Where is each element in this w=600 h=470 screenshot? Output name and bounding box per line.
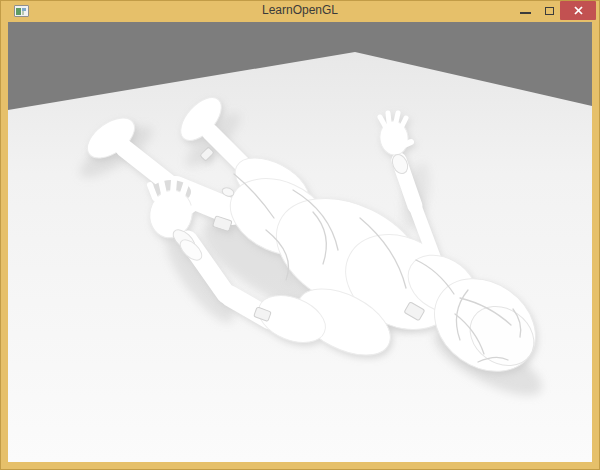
- app-window: LearnOpenGL: [0, 0, 600, 470]
- minimize-button[interactable]: [512, 1, 538, 20]
- window-controls: [512, 1, 596, 20]
- close-x-icon: [574, 6, 583, 15]
- maximize-button[interactable]: [538, 1, 560, 20]
- maximize-icon: [545, 7, 554, 15]
- rendered-scene: [8, 22, 592, 462]
- minimize-icon: [520, 12, 531, 14]
- window-title: LearnOpenGL: [0, 0, 600, 22]
- titlebar[interactable]: LearnOpenGL: [0, 0, 600, 22]
- close-button[interactable]: [560, 1, 596, 20]
- opengl-viewport[interactable]: [8, 22, 592, 462]
